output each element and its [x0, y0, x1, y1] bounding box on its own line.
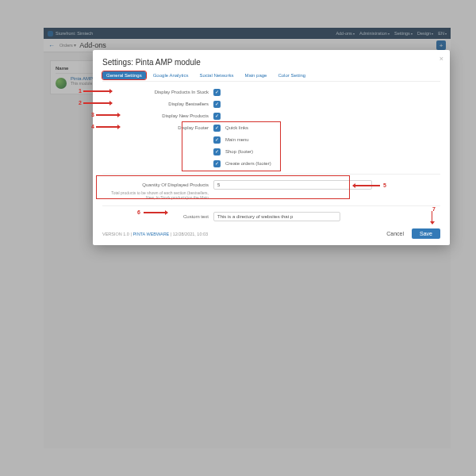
cancel-button[interactable]: Cancel — [382, 228, 409, 239]
checkbox-footer-mainmenu[interactable] — [213, 136, 221, 144]
input-qty[interactable] — [213, 180, 372, 190]
label-qty: Quantity Of Displayed Products — [102, 182, 213, 187]
checkbox-footer-shop[interactable] — [213, 148, 221, 155]
settings-dialog: × Settings: Pinta AMP module General Set… — [93, 50, 450, 245]
label-qty-sub: Total products to be shown of each secti… — [102, 190, 213, 200]
checkbox-bestsellers[interactable] — [213, 101, 221, 108]
checkbox-in-stock[interactable] — [213, 89, 221, 96]
label-bestsellers: Display Bestsellers — [102, 102, 213, 106]
divider — [102, 174, 440, 175]
version-label: VERSION 1.0 — [102, 232, 129, 236]
divider-2 — [102, 205, 440, 206]
close-icon[interactable]: × — [440, 55, 443, 63]
version-line: VERSION 1.0 | PINTA WEBWARE | 12/28/2021… — [102, 232, 208, 236]
label-in-stock: Display Products In Stock — [102, 90, 213, 94]
tab-social[interactable]: Social Networks — [195, 71, 237, 79]
label-footer: Display Footer — [102, 125, 213, 130]
tab-mainpage[interactable]: Main page — [240, 71, 271, 79]
tab-general[interactable]: General Settings — [102, 71, 146, 79]
version-date: 12/28/2021, 10:03 — [173, 232, 208, 236]
footer-opt-mainmenu: Main menu — [225, 137, 249, 142]
footer-opt-quicklinks: Quick links — [225, 125, 248, 130]
checkbox-footer-orders[interactable] — [213, 160, 221, 167]
label-new-products: Display New Products — [102, 113, 213, 118]
label-custom: Custom text — [102, 214, 213, 219]
tab-color[interactable]: Color Setting — [274, 71, 309, 79]
version-link[interactable]: PINTA WEBWARE — [132, 232, 169, 236]
dialog-tabs: General Settings Google Analytics Social… — [102, 71, 440, 82]
checkbox-footer-quicklinks[interactable] — [213, 125, 221, 132]
footer-opt-shop: Shop (footer) — [225, 149, 253, 154]
dialog-title: Settings: Pinta AMP module — [102, 58, 440, 67]
save-button[interactable]: Save — [412, 228, 440, 239]
checkbox-new-products[interactable] — [213, 113, 221, 120]
input-custom[interactable] — [213, 212, 340, 221]
tab-analytics[interactable]: Google Analytics — [149, 71, 193, 79]
footer-opt-orders: Create orders (footer) — [225, 161, 271, 166]
